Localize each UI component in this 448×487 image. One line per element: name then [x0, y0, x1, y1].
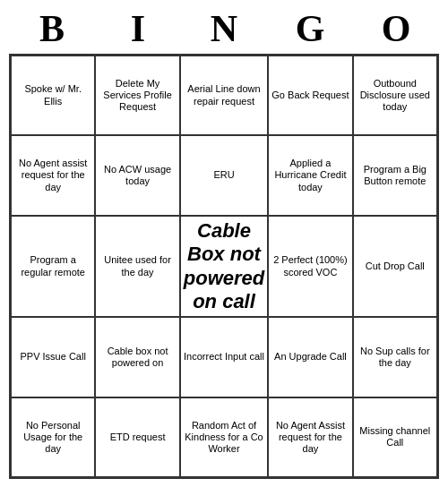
title-b: B — [16, 7, 88, 50]
bingo-cell-13[interactable]: 2 Perfect (100%) scored VOC — [268, 216, 352, 318]
title-n: N — [188, 7, 260, 50]
bingo-cell-12[interactable]: Cable Box not powered on call — [180, 216, 268, 318]
bingo-cell-15[interactable]: PPV Issue Call — [11, 317, 95, 397]
bingo-cell-24[interactable]: Missing channel Call — [353, 397, 437, 477]
bingo-cell-22[interactable]: Random Act of Kindness for a Co Worker — [180, 397, 268, 477]
title-g: G — [274, 7, 346, 50]
bingo-cell-21[interactable]: ETD request — [95, 397, 179, 477]
bingo-title: B I N G O — [9, 0, 439, 54]
bingo-cell-18[interactable]: An Upgrade Call — [268, 317, 352, 397]
bingo-cell-4[interactable]: Outbound Disclosure used today — [353, 56, 437, 135]
title-o: O — [360, 7, 432, 50]
bingo-cell-3[interactable]: Go Back Request — [268, 56, 352, 135]
bingo-cell-23[interactable]: No Agent Assist request for the day — [268, 397, 352, 477]
bingo-cell-8[interactable]: Applied a Hurricane Credit today — [268, 135, 352, 215]
bingo-cell-9[interactable]: Program a Big Button remote — [353, 135, 437, 215]
bingo-cell-2[interactable]: Aerial Line down repair request — [180, 56, 268, 135]
bingo-cell-10[interactable]: Program a regular remote — [11, 216, 95, 318]
bingo-cell-6[interactable]: No ACW usage today — [95, 135, 179, 215]
bingo-cell-5[interactable]: No Agent assist request for the day — [11, 135, 95, 215]
bingo-cell-20[interactable]: No Personal Usage for the day — [11, 397, 95, 477]
bingo-cell-17[interactable]: Incorrect Input call — [180, 317, 268, 397]
bingo-cell-16[interactable]: Cable box not powered on — [95, 317, 179, 397]
bingo-cell-7[interactable]: ERU — [180, 135, 268, 215]
bingo-cell-11[interactable]: Unitee used for the day — [95, 216, 179, 318]
bingo-grid: Spoke w/ Mr. EllisDelete My Services Pro… — [9, 54, 439, 479]
bingo-cell-19[interactable]: No Sup calls for the day — [353, 317, 437, 397]
bingo-cell-1[interactable]: Delete My Services Profile Request — [95, 56, 179, 135]
bingo-cell-0[interactable]: Spoke w/ Mr. Ellis — [11, 56, 95, 135]
bingo-cell-14[interactable]: Cut Drop Call — [353, 216, 437, 318]
title-i: I — [102, 7, 174, 50]
